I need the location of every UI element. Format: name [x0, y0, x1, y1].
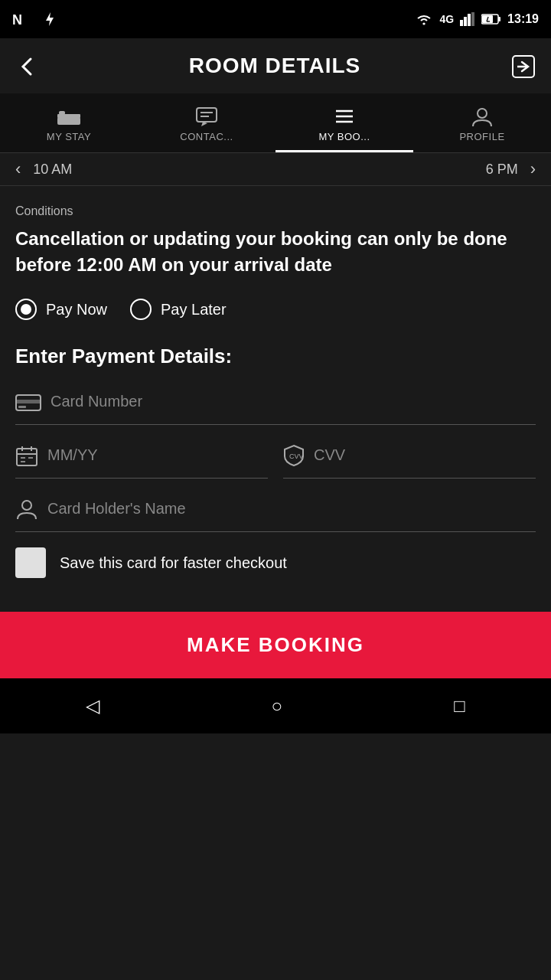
- svg-rect-25: [16, 400, 41, 403]
- tab-contact-label: CONTAC...: [180, 131, 233, 142]
- svg-rect-6: [471, 12, 474, 26]
- list-icon: [333, 104, 356, 128]
- cardholder-icon: [15, 496, 38, 521]
- svg-point-23: [478, 109, 487, 118]
- status-bar-right: 4G 13:19: [415, 12, 539, 26]
- signal-icon: [460, 12, 475, 26]
- home-nav-button[interactable]: ○: [271, 695, 282, 717]
- split-inputs: CVV: [15, 440, 536, 479]
- make-booking-button[interactable]: MAKE BOOKING: [0, 612, 551, 678]
- pay-later-radio[interactable]: [130, 299, 152, 320]
- svg-rect-5: [468, 14, 471, 26]
- calendar-icon: [15, 443, 38, 467]
- pay-now-radio[interactable]: [15, 299, 37, 320]
- pay-later-option[interactable]: Pay Later: [130, 299, 227, 320]
- chat-icon: [195, 104, 218, 128]
- svg-rect-27: [17, 449, 37, 466]
- bed-icon: [56, 104, 82, 128]
- main-content: Conditions Cancellation or updating your…: [0, 186, 551, 612]
- n-icon: N: [12, 11, 34, 28]
- time-display: 13:19: [507, 12, 539, 26]
- card-icon: [15, 390, 41, 413]
- left-time: 10 AM: [21, 162, 84, 178]
- svg-text:N: N: [12, 12, 22, 28]
- save-card-label: Save this card for faster checkout: [60, 554, 287, 572]
- wifi-icon: [415, 12, 433, 26]
- svg-rect-26: [18, 406, 26, 408]
- cvv-row: CVV: [283, 440, 536, 479]
- tab-navigation: MY STAY CONTAC... MY BOO...: [0, 93, 551, 153]
- payment-heading: Enter Payment Details:: [15, 345, 536, 368]
- app-bar: ROOM DETAILS: [0, 38, 551, 93]
- payment-options: Pay Now Pay Later: [15, 299, 536, 320]
- svg-point-35: [22, 501, 31, 510]
- svg-point-2: [423, 23, 425, 25]
- logout-button[interactable]: [511, 53, 536, 79]
- status-bar: N 4G 13:19: [0, 0, 551, 38]
- page-title: ROOM DETAILS: [189, 54, 361, 78]
- person-icon: [471, 104, 493, 128]
- pay-now-label: Pay Now: [46, 301, 107, 318]
- back-nav-button[interactable]: ◁: [86, 695, 99, 717]
- status-bar-left: N: [12, 11, 58, 28]
- expiry-input[interactable]: [47, 440, 268, 470]
- tab-my-stay[interactable]: MY STAY: [0, 93, 138, 152]
- battery-icon: [481, 14, 501, 24]
- svg-rect-8: [498, 17, 500, 21]
- save-card-checkbox[interactable]: [15, 547, 46, 578]
- pay-later-label: Pay Later: [161, 301, 227, 318]
- svg-rect-4: [464, 17, 467, 26]
- time-left-arrow[interactable]: ‹: [15, 159, 21, 179]
- svg-rect-14: [57, 117, 80, 125]
- time-scrubber: ‹ 10 AM 6 PM ›: [0, 153, 551, 186]
- recent-nav-button[interactable]: □: [454, 695, 465, 717]
- tab-profile[interactable]: PROFILE: [413, 93, 551, 152]
- right-time: 6 PM: [474, 162, 530, 178]
- cardholder-input[interactable]: [47, 494, 536, 524]
- card-number-row: [15, 387, 536, 425]
- svg-text:CVV: CVV: [289, 452, 304, 460]
- shield-icon: CVV: [283, 443, 305, 467]
- 4g-label: 4G: [439, 13, 454, 25]
- tab-my-stay-label: MY STAY: [47, 131, 91, 142]
- android-nav: ◁ ○ □: [0, 678, 551, 733]
- save-card-row: Save this card for faster checkout: [15, 547, 536, 578]
- card-number-input[interactable]: [51, 387, 536, 416]
- conditions-label: Conditions: [15, 204, 536, 218]
- flash-icon: [41, 11, 58, 28]
- back-button[interactable]: [15, 54, 38, 79]
- time-right-arrow[interactable]: ›: [530, 159, 536, 179]
- cardholder-row: [15, 494, 536, 532]
- conditions-text: Cancellation or updating your booking ca…: [15, 226, 536, 277]
- pay-now-option[interactable]: Pay Now: [15, 299, 107, 320]
- svg-marker-1: [46, 12, 54, 26]
- svg-rect-17: [197, 108, 217, 122]
- cvv-input[interactable]: [314, 440, 536, 470]
- tab-profile-label: PROFILE: [459, 131, 504, 142]
- expiry-row: [15, 440, 268, 479]
- svg-rect-16: [59, 111, 65, 115]
- tab-contact[interactable]: CONTAC...: [138, 93, 276, 152]
- svg-rect-3: [460, 20, 463, 26]
- tab-my-booking[interactable]: MY BOO...: [276, 93, 413, 152]
- tab-my-booking-label: MY BOO...: [318, 131, 370, 142]
